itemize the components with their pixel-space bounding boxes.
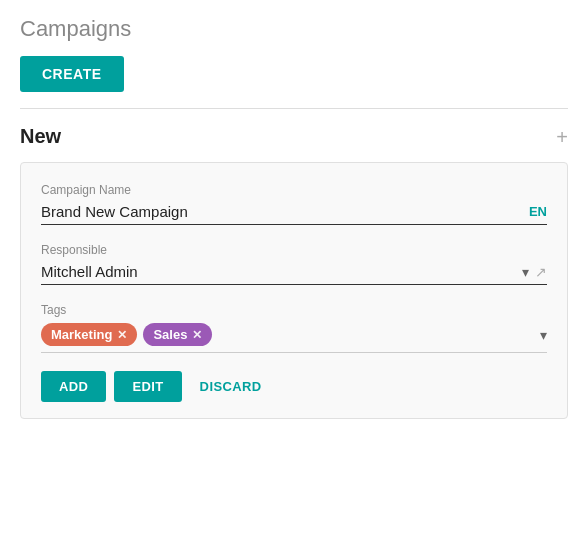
discard-button[interactable]: DISCARD xyxy=(190,371,272,402)
language-badge: EN xyxy=(529,204,547,219)
external-link-icon[interactable]: ↗ xyxy=(535,264,547,280)
responsible-icons: ▾ ↗ xyxy=(522,264,547,280)
form-actions: ADD EDIT DISCARD xyxy=(41,371,547,402)
campaign-name-label: Campaign Name xyxy=(41,183,547,197)
divider xyxy=(20,108,568,109)
tags-group: Tags Marketing ✕ Sales ✕ ▾ xyxy=(41,303,547,353)
tags-wrapper: Marketing ✕ Sales ✕ ▾ xyxy=(41,323,547,353)
campaign-name-input[interactable] xyxy=(41,203,521,220)
edit-button[interactable]: EDIT xyxy=(114,371,181,402)
responsible-value: Mitchell Admin xyxy=(41,263,522,280)
create-button[interactable]: CREATE xyxy=(20,56,124,92)
section-header: New + xyxy=(20,125,568,148)
section-title: New xyxy=(20,125,61,148)
responsible-group: Responsible Mitchell Admin ▾ ↗ xyxy=(41,243,547,285)
campaign-name-group: Campaign Name EN xyxy=(41,183,547,225)
form-card: Campaign Name EN Responsible Mitchell Ad… xyxy=(20,162,568,419)
tags-chevron-icon[interactable]: ▾ xyxy=(540,327,547,343)
tags-label: Tags xyxy=(41,303,547,317)
tag-sales: Sales ✕ xyxy=(143,323,212,346)
responsible-label: Responsible xyxy=(41,243,547,257)
tag-marketing-close[interactable]: ✕ xyxy=(117,328,127,342)
chevron-down-icon: ▾ xyxy=(522,264,529,280)
add-button[interactable]: ADD xyxy=(41,371,106,402)
add-section-icon[interactable]: + xyxy=(556,127,568,147)
tag-sales-close[interactable]: ✕ xyxy=(192,328,202,342)
campaign-name-input-wrapper: EN xyxy=(41,203,547,225)
page-title: Campaigns xyxy=(20,16,568,42)
tag-sales-label: Sales xyxy=(153,327,187,342)
tag-marketing-label: Marketing xyxy=(51,327,112,342)
responsible-select-wrapper[interactable]: Mitchell Admin ▾ ↗ xyxy=(41,263,547,285)
tag-marketing: Marketing ✕ xyxy=(41,323,137,346)
